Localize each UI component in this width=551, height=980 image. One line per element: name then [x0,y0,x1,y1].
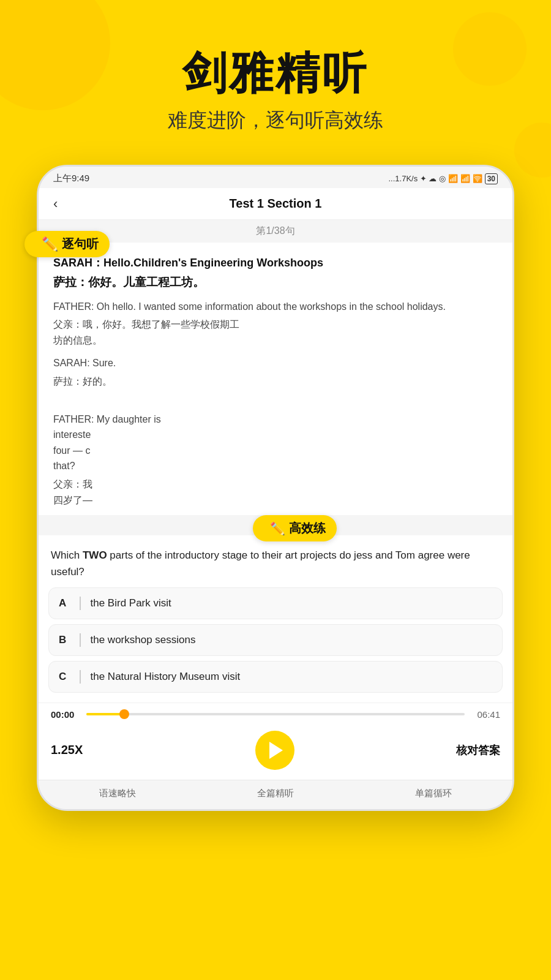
bottom-tabs: 语速略快 全篇精听 单篇循环 [39,780,512,809]
partial-content: FATHER: My daughter is intereste four — … [39,407,512,516]
time-end: 06:41 [471,709,500,720]
status-wifi: 🛜 [473,174,482,183]
check-answer-button[interactable]: 核对答案 [456,743,500,758]
sarah-chinese-2: 萨拉：好的。 [53,374,498,390]
father-english-1: FATHER: Oh hello. I wanted some informat… [53,299,498,315]
sarah-chinese-1: 萨拉：你好。儿童工程工坊。 [53,274,498,292]
time-start: 00:00 [51,709,80,720]
progress-track[interactable] [86,713,465,715]
option-divider-b [80,633,81,647]
status-signal: 📶 📶 [448,174,470,183]
dialogue-father-1: FATHER: Oh hello. I wanted some informat… [53,299,498,349]
option-divider-a [80,597,81,610]
dialogue-sarah-2: SARAH: Sure. 萨拉：好的。 [53,355,498,389]
option-divider-c [80,670,81,684]
fade-mask [353,407,512,516]
play-icon [269,742,283,759]
option-b-letter: B [59,634,72,646]
speed-display[interactable]: 1.25X [51,743,94,757]
status-network: ...1.7K/s ✦ ☁ ◎ [388,174,446,183]
main-title: 剑雅精听 [0,49,551,97]
status-time: 上午9:49 [53,173,89,184]
quiz-option-c[interactable]: C the Natural History Museum visit [48,661,503,693]
option-b-text: the workshop sessions [91,634,196,646]
battery-box: 30 [485,173,498,184]
quiz-option-b[interactable]: B the workshop sessions [48,624,503,656]
quiz-question: Which TWO parts of the introductory stag… [39,535,512,587]
tab-full-listen[interactable]: 全篇精听 [257,788,294,799]
tab-speed[interactable]: 语速略快 [99,788,136,799]
sarah-english-2: SARAH: Sure. [53,355,498,371]
option-c-letter: C [59,671,72,683]
quiz-card: Which TWO parts of the introductory stag… [39,535,512,780]
quiz-section: ✏️ 高效练 Which TWO parts of the introducto… [39,515,512,780]
progress-thumb[interactable] [119,709,129,719]
status-bar: 上午9:49 ...1.7K/s ✦ ☁ ◎ 📶 📶 🛜 30 [39,167,512,188]
option-a-text: the Bird Park visit [91,597,171,609]
sub-title: 难度进阶，逐句听高效练 [0,107,551,134]
back-button[interactable]: ‹ [53,196,58,212]
nav-title: Test 1 Section 1 [230,197,322,211]
phone-container: ✏️ 逐句听 上午9:49 ...1.7K/s ✦ ☁ ◎ 📶 📶 🛜 30 ‹… [37,165,514,811]
phone-mockup: 上午9:49 ...1.7K/s ✦ ☁ ◎ 📶 📶 🛜 30 ‹ Test 1… [37,165,514,811]
controls-row: 1.25X 核对答案 [39,727,512,780]
header-area: 剑雅精听 难度进阶，逐句听高效练 [0,0,551,153]
content-area: SARAH：Hello.Children's Engineering Works… [39,243,512,406]
progress-indicator: 第1/38句 [39,220,512,243]
quiz-bold: TWO [83,549,107,561]
quiz-options: A the Bird Park visit B the workshop ses… [39,587,512,703]
badge-juju: ✏️ 逐句听 [24,231,110,257]
tab-single-loop[interactable]: 单篇循环 [415,788,452,799]
play-button[interactable] [255,731,294,770]
pencil-icon: ✏️ [42,236,58,252]
status-right: ...1.7K/s ✦ ☁ ◎ 📶 📶 🛜 30 [388,173,498,184]
badge-gaoxiao: ✏️ 高效练 [253,515,337,541]
quiz-option-a[interactable]: A the Bird Park visit [48,587,503,619]
nav-bar: ‹ Test 1 Section 1 [39,188,512,220]
progress-fill [86,713,124,715]
audio-player: 00:00 06:41 [39,703,512,727]
sarah-english-1: SARAH：Hello.Children's Engineering Works… [53,255,498,271]
dialogue-sarah-1: SARAH：Hello.Children's Engineering Works… [53,255,498,292]
option-c-text: the Natural History Museum visit [91,671,241,683]
option-a-letter: A [59,597,72,609]
father-chinese-1: 父亲：哦，你好。我想了解一些学校假期工坊的信息。 [53,317,498,348]
pencil-icon-2: ✏️ [270,521,285,536]
